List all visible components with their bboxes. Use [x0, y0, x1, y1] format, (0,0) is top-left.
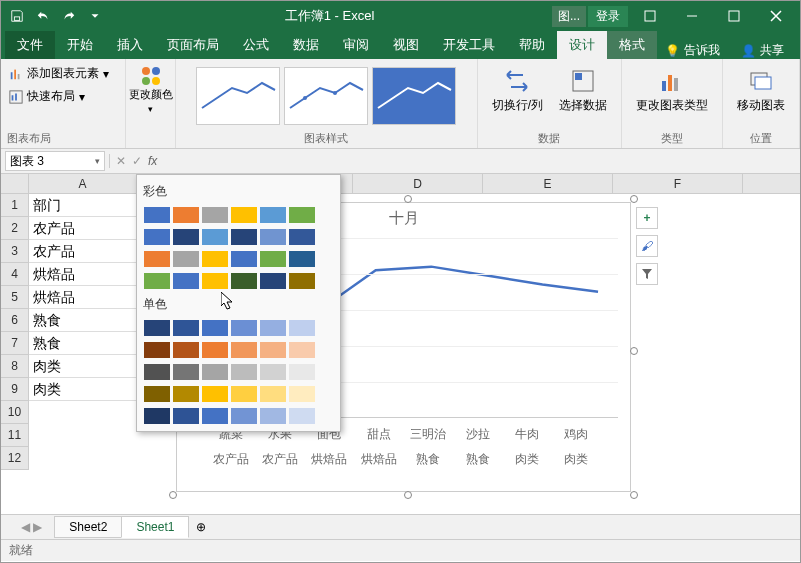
move-chart-button[interactable]: 移动图表 [729, 63, 793, 118]
chart-style-1[interactable] [196, 67, 280, 125]
quick-layout-button[interactable]: 快速布局▾ [7, 86, 119, 107]
palette-row[interactable] [141, 248, 336, 270]
chart-styles-icon[interactable]: 🖌 [636, 235, 658, 257]
palette-row[interactable] [141, 383, 336, 405]
change-colors-popup: 彩色 单色 [136, 174, 341, 432]
cell[interactable]: 烘焙品 [29, 263, 137, 286]
color-swatch [231, 273, 257, 289]
tab-help[interactable]: 帮助 [507, 31, 557, 59]
cell[interactable]: 部门 [29, 194, 137, 217]
color-swatch [260, 386, 286, 402]
context-tab-indicator: 图... [552, 6, 586, 27]
palette-row[interactable] [141, 405, 336, 427]
row-header[interactable]: 8 [1, 355, 29, 378]
row-header[interactable]: 5 [1, 286, 29, 309]
palette-row[interactable] [141, 339, 336, 361]
group-data: 切换行/列 选择数据 数据 [478, 59, 622, 148]
palette-row[interactable] [141, 270, 336, 292]
select-all-corner[interactable] [1, 174, 29, 193]
color-swatch [202, 207, 228, 223]
cell[interactable]: 熟食 [29, 332, 137, 355]
switch-row-col-button[interactable]: 切换行/列 [484, 63, 551, 118]
row-header[interactable]: 7 [1, 332, 29, 355]
save-button[interactable] [5, 5, 29, 27]
color-swatch [231, 386, 257, 402]
redo-button[interactable] [57, 5, 81, 27]
cell[interactable]: 肉类 [29, 355, 137, 378]
ribbon-tabs: 文件 开始 插入 页面布局 公式 数据 审阅 视图 开发工具 帮助 设计 格式 … [1, 31, 800, 59]
share-button[interactable]: 👤共享 [729, 42, 796, 59]
color-swatch [202, 320, 228, 336]
sheet-tab-sheet1[interactable]: Sheet1 [121, 516, 189, 538]
row-header[interactable]: 6 [1, 309, 29, 332]
formula-bar[interactable]: ✕✓fx [109, 154, 800, 168]
tab-design[interactable]: 设计 [557, 31, 607, 59]
cell[interactable]: 肉类 [29, 378, 137, 401]
chart-style-3[interactable] [372, 67, 456, 125]
new-sheet-button[interactable]: ⊕ [188, 517, 214, 537]
row-header[interactable]: 12 [1, 447, 29, 470]
close-button[interactable] [756, 2, 796, 30]
minimize-button[interactable] [672, 2, 712, 30]
row-header[interactable]: 2 [1, 217, 29, 240]
undo-button[interactable] [31, 5, 55, 27]
palette-row[interactable] [141, 204, 336, 226]
login-button[interactable]: 登录 [588, 6, 628, 27]
row-header[interactable]: 10 [1, 401, 29, 424]
color-swatch [289, 273, 315, 289]
tab-format[interactable]: 格式 [607, 31, 657, 59]
tab-file[interactable]: 文件 [5, 31, 55, 59]
cell[interactable]: 农产品 [29, 217, 137, 240]
palette-row[interactable] [141, 317, 336, 339]
col-header[interactable]: A [29, 174, 137, 193]
tab-pagelayout[interactable]: 页面布局 [155, 31, 231, 59]
sheet-nav[interactable]: ◀ ▶ [9, 520, 54, 534]
row-header[interactable]: 11 [1, 424, 29, 447]
palette-row[interactable] [141, 226, 336, 248]
color-swatch [173, 320, 199, 336]
qat-customize[interactable] [83, 5, 107, 27]
color-swatch [289, 386, 315, 402]
worksheet-grid[interactable]: A B C D E F 123456789101112 部门农产品农产品烘焙品烘… [1, 174, 800, 514]
change-colors-button[interactable]: 更改颜色▾ [128, 63, 173, 114]
add-chart-element-button[interactable]: 添加图表元素▾ [7, 63, 119, 84]
select-data-button[interactable]: 选择数据 [551, 63, 615, 118]
tab-view[interactable]: 视图 [381, 31, 431, 59]
tellme-button[interactable]: 💡告诉我 [657, 42, 728, 59]
cell[interactable]: 熟食 [29, 309, 137, 332]
chart-legend-row2[interactable]: 农产品农产品烘焙品烘焙品熟食熟食肉类肉类 [177, 447, 630, 472]
svg-rect-5 [14, 69, 16, 79]
group-label-data: 数据 [538, 131, 560, 146]
tab-home[interactable]: 开始 [55, 31, 105, 59]
row-header[interactable]: 1 [1, 194, 29, 217]
maximize-button[interactable] [714, 2, 754, 30]
col-header[interactable]: F [613, 174, 743, 193]
tab-data[interactable]: 数据 [281, 31, 331, 59]
cell[interactable]: 农产品 [29, 240, 137, 263]
sheet-tab-sheet2[interactable]: Sheet2 [54, 516, 122, 538]
color-swatch [173, 207, 199, 223]
color-swatch [231, 364, 257, 380]
name-box[interactable]: 图表 3▾ [5, 151, 105, 171]
row-header[interactable]: 9 [1, 378, 29, 401]
tab-formulas[interactable]: 公式 [231, 31, 281, 59]
color-swatch [144, 273, 170, 289]
change-chart-type-button[interactable]: 更改图表类型 [628, 63, 716, 118]
col-header[interactable]: E [483, 174, 613, 193]
row-header[interactable]: 4 [1, 263, 29, 286]
chart-filter-icon[interactable] [636, 263, 658, 285]
ribbon-options-button[interactable] [630, 2, 670, 30]
tab-review[interactable]: 审阅 [331, 31, 381, 59]
color-swatch [173, 364, 199, 380]
palette-row[interactable] [141, 361, 336, 383]
cell[interactable]: 烘焙品 [29, 286, 137, 309]
chart-style-2[interactable] [284, 67, 368, 125]
tab-developer[interactable]: 开发工具 [431, 31, 507, 59]
chart-add-element-icon[interactable]: + [636, 207, 658, 229]
color-swatch [289, 251, 315, 267]
row-header[interactable]: 3 [1, 240, 29, 263]
color-swatch [260, 229, 286, 245]
color-swatch [202, 408, 228, 424]
col-header[interactable]: D [353, 174, 483, 193]
tab-insert[interactable]: 插入 [105, 31, 155, 59]
